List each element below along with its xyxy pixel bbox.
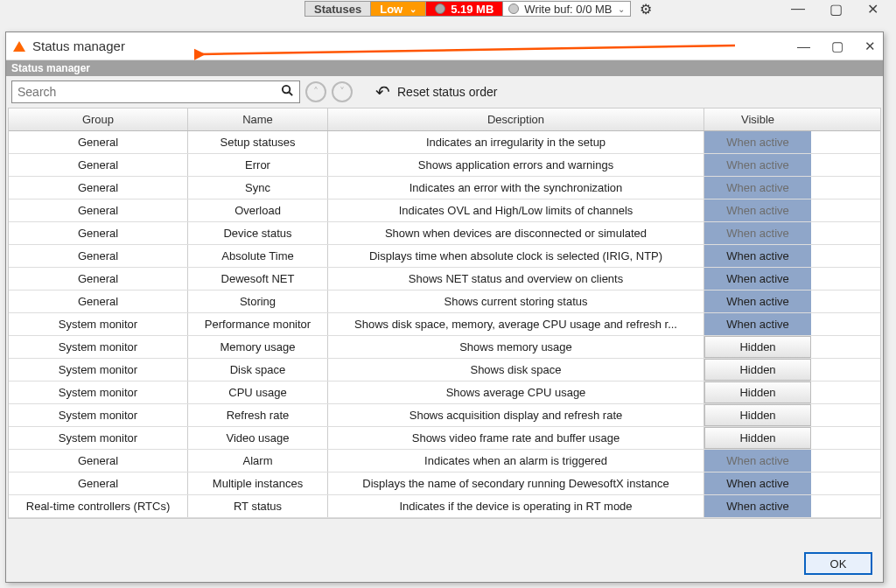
reset-label: Reset status order <box>397 85 497 99</box>
table-row[interactable]: System monitorRefresh rateShows acquisit… <box>9 404 880 427</box>
lens-icon <box>508 4 519 14</box>
cell-description: Indicates OVL and High/Low limits of cha… <box>328 200 704 221</box>
col-name[interactable]: Name <box>188 108 328 130</box>
table-row[interactable]: GeneralSyncIndicates an error with the s… <box>9 177 880 200</box>
table-row[interactable]: GeneralDewesoft NETShows NET status and … <box>9 268 880 290</box>
chevron-down-icon: ⌄ <box>410 4 416 14</box>
cell-description: Indicates if the device is operating in … <box>328 495 704 517</box>
table-row[interactable]: GeneralSetup statusesIndicates an irregu… <box>9 131 880 154</box>
ok-button[interactable]: OK <box>804 552 872 575</box>
table-row[interactable]: GeneralAlarmIndicates when an alarm is t… <box>9 450 880 472</box>
cell-visible[interactable]: Hidden <box>704 359 811 381</box>
col-group[interactable]: Group <box>9 108 188 130</box>
cell-visible[interactable]: Hidden <box>704 427 811 449</box>
cell-visible[interactable]: Hidden <box>704 336 811 358</box>
cell-visible[interactable]: When active <box>704 245 811 267</box>
table-row[interactable]: System monitorCPU usageShows average CPU… <box>9 382 880 404</box>
outer-window-controls: — ▢ ✕ <box>791 1 896 18</box>
gear-icon[interactable]: ⚙ <box>640 1 652 18</box>
cell-group: General <box>9 450 188 472</box>
table-row[interactable]: GeneralErrorShows application errors and… <box>9 154 880 177</box>
search-input[interactable] <box>18 85 281 99</box>
table-header: Group Name Description Visible <box>9 108 880 131</box>
cell-visible[interactable]: When active <box>704 472 811 494</box>
move-down-button[interactable]: ˅ <box>332 81 353 102</box>
cell-visible[interactable]: Hidden <box>704 382 811 403</box>
cell-name: Memory usage <box>188 336 328 358</box>
dialog-titlebar: Status manager — ▢ ✕ <box>6 32 883 60</box>
cell-name: Performance monitor <box>188 313 328 335</box>
move-up-button[interactable]: ˄ <box>305 81 326 102</box>
cell-description: Indicates when an alarm is triggered <box>328 450 704 472</box>
cell-name: Error <box>188 154 328 176</box>
reset-order-button[interactable]: ↶ Reset status order <box>375 81 497 102</box>
cell-visible[interactable]: When active <box>704 450 811 472</box>
cell-group: General <box>9 290 188 312</box>
cell-group: General <box>9 245 188 267</box>
table-row[interactable]: Real-time controllers (RTCs)RT statusInd… <box>9 495 880 518</box>
table-row[interactable]: System monitorPerformance monitorShows d… <box>9 313 880 336</box>
cell-group: General <box>9 154 188 176</box>
table-row[interactable]: GeneralMultiple instancesDisplays the na… <box>9 472 880 495</box>
cell-name: Multiple instances <box>188 472 328 494</box>
table-row[interactable]: System monitorMemory usageShows memory u… <box>9 336 880 359</box>
search-box[interactable] <box>11 80 300 103</box>
table-row[interactable]: GeneralDevice statusShown when devices a… <box>9 222 880 245</box>
cell-description: Shows average CPU usage <box>328 382 704 403</box>
app-logo-icon <box>13 41 25 52</box>
dialog-window-controls: — ▢ ✕ <box>797 38 876 54</box>
cell-visible[interactable]: Hidden <box>704 404 811 426</box>
dialog-title: Status manager <box>32 38 125 53</box>
minimize-button[interactable]: — <box>797 38 810 54</box>
cell-visible[interactable]: When active <box>704 131 811 153</box>
disc-icon <box>435 4 445 14</box>
cell-name: Video usage <box>188 427 328 449</box>
cell-description: Shown when devices are disconnected or s… <box>328 222 704 244</box>
cell-visible[interactable]: When active <box>704 200 811 221</box>
search-icon[interactable] <box>281 84 294 100</box>
cell-visible[interactable]: When active <box>704 154 811 176</box>
cell-visible[interactable]: When active <box>704 313 811 335</box>
col-description[interactable]: Description <box>328 108 704 130</box>
cell-name: Storing <box>188 290 328 312</box>
cell-group: System monitor <box>9 404 188 426</box>
svg-line-1 <box>289 92 292 95</box>
cell-visible[interactable]: When active <box>704 290 811 312</box>
cell-visible[interactable]: When active <box>704 177 811 199</box>
cell-group: System monitor <box>9 427 188 449</box>
status-manager-dialog: Status manager — ▢ ✕ Status manager ˄ ˅ … <box>5 32 884 583</box>
close-button[interactable]: ✕ <box>867 1 878 18</box>
writebuf-dropdown[interactable]: Write buf: 0/0 MB ⌄ <box>503 1 630 17</box>
size-value: 5.19 MB <box>451 3 494 16</box>
minimize-button[interactable]: — <box>791 1 805 18</box>
chevron-down-icon: ⌄ <box>618 4 625 14</box>
table-row[interactable]: GeneralOverloadIndicates OVL and High/Lo… <box>9 200 880 222</box>
cell-name: Device status <box>188 222 328 244</box>
size-indicator[interactable]: 5.19 MB <box>426 1 503 17</box>
cell-description: Indicates an irregularity in the setup <box>328 131 704 153</box>
maximize-button[interactable]: ▢ <box>831 38 844 54</box>
cell-description: Shows NET status and overview on clients <box>328 268 704 290</box>
svg-point-0 <box>283 86 290 93</box>
maximize-button[interactable]: ▢ <box>830 1 843 18</box>
cell-visible[interactable]: When active <box>704 268 811 290</box>
level-dropdown[interactable]: Low ⌄ <box>371 1 426 17</box>
cell-group: System monitor <box>9 382 188 403</box>
table-row[interactable]: GeneralStoringShows current storing stat… <box>9 290 880 313</box>
statuses-label: Statuses <box>304 1 371 17</box>
controls-row: ˄ ˅ ↶ Reset status order <box>6 76 883 108</box>
cell-description: Shows current storing status <box>328 290 704 312</box>
table-row[interactable]: System monitorDisk spaceShows disk space… <box>9 359 880 382</box>
close-button[interactable]: ✕ <box>864 38 876 54</box>
cell-name: Disk space <box>188 359 328 381</box>
cell-description: Shows disk space <box>328 359 704 381</box>
cell-name: Setup statuses <box>188 131 328 153</box>
cell-name: Overload <box>188 200 328 221</box>
status-table: Group Name Description Visible GeneralSe… <box>8 108 881 519</box>
cell-visible[interactable]: When active <box>704 495 811 517</box>
col-visible[interactable]: Visible <box>704 108 811 130</box>
table-row[interactable]: System monitorVideo usageShows video fra… <box>9 427 880 450</box>
table-row[interactable]: GeneralAbsolute TimeDisplays time when a… <box>9 245 880 268</box>
cell-name: Sync <box>188 177 328 199</box>
cell-visible[interactable]: When active <box>704 222 811 244</box>
